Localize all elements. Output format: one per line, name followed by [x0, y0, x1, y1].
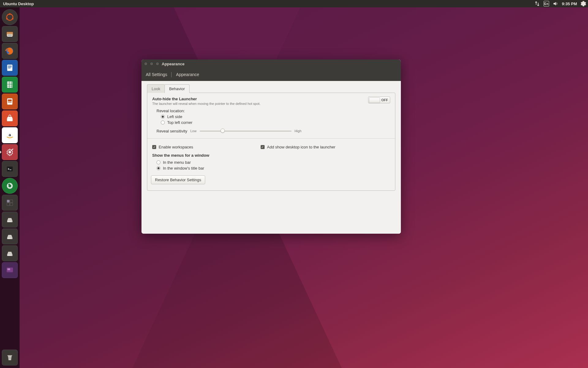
svg-rect-20: [7, 200, 10, 203]
radio-top-left-corner-label: Top left corner: [167, 120, 192, 125]
svg-point-25: [11, 221, 12, 222]
breadcrumb-separator: │: [170, 72, 173, 77]
breadcrumb-appearance: Appearance: [176, 72, 199, 77]
svg-rect-6: [8, 35, 12, 36]
system-tray: En 9:35 PM: [534, 1, 586, 6]
clock[interactable]: 9:35 PM: [562, 2, 577, 6]
appearance-settings-window: Appearance All Settings │ Appearance Loo…: [141, 59, 401, 234]
unity-launcher: a: [0, 7, 20, 368]
enable-workspaces-label: Enable workspaces: [159, 145, 193, 149]
breadcrumb-all-settings[interactable]: All Settings: [146, 72, 167, 77]
svg-rect-31: [7, 268, 10, 270]
radio-top-left-corner[interactable]: [161, 121, 165, 125]
mounted-drive-icon[interactable]: [2, 212, 18, 228]
svg-rect-10: [8, 67, 12, 67]
svg-point-27: [11, 238, 12, 239]
svg-point-3: [6, 18, 8, 20]
menus-heading: Show the menus for a window: [152, 153, 390, 158]
breadcrumb: All Settings │ Appearance: [141, 68, 401, 81]
show-desktop-checkbox[interactable]: [261, 145, 265, 149]
svg-point-2: [12, 18, 13, 20]
dash-icon[interactable]: [2, 9, 18, 25]
svg-text:a: a: [9, 132, 11, 137]
minimize-icon[interactable]: [150, 62, 153, 66]
radio-menu-bar-label: In the menu bar: [163, 160, 191, 165]
show-desktop-icon[interactable]: [2, 262, 18, 278]
session-gear-icon[interactable]: [581, 1, 586, 6]
svg-rect-19: [9, 170, 11, 170]
tab-behavior[interactable]: Behavior: [164, 84, 189, 93]
svg-rect-21: [10, 200, 13, 203]
writer-icon[interactable]: [2, 60, 18, 76]
window-titlebar[interactable]: Appearance: [141, 59, 401, 68]
file-manager-icon[interactable]: [2, 26, 18, 42]
software-center-icon[interactable]: [2, 110, 18, 126]
svg-point-1: [9, 13, 10, 15]
impress-icon[interactable]: [2, 94, 18, 109]
sensitivity-slider[interactable]: [200, 128, 292, 133]
svg-point-0: [7, 14, 13, 20]
window-title: Appearance: [162, 62, 184, 66]
maximize-icon[interactable]: [156, 62, 159, 66]
svg-point-17: [9, 151, 11, 154]
top-panel: Ubuntu Desktop En 9:35 PM: [0, 0, 588, 7]
autohide-subtext: The launcher will reveal when moving the…: [152, 102, 368, 105]
tab-look[interactable]: Look: [147, 84, 165, 93]
panel-title: Ubuntu Desktop: [2, 2, 34, 6]
sound-icon[interactable]: [553, 1, 558, 6]
svg-point-29: [11, 255, 12, 255]
sensitivity-low: Low: [190, 129, 196, 133]
mounted-drive-icon[interactable]: [2, 228, 18, 244]
keyboard-layout-icon[interactable]: En: [544, 1, 549, 6]
tabstrip: Look Behavior: [147, 84, 395, 93]
window-controls: [144, 62, 159, 66]
radio-left-side[interactable]: [161, 115, 165, 119]
workspace-switcher-icon[interactable]: [2, 195, 18, 211]
sensitivity-high: High: [295, 129, 302, 133]
switch-label: OFF: [381, 98, 388, 102]
close-icon[interactable]: [144, 62, 148, 66]
calc-icon[interactable]: [2, 77, 18, 93]
software-updater-icon[interactable]: [2, 178, 18, 194]
network-icon[interactable]: [534, 1, 540, 6]
svg-rect-22: [7, 203, 10, 206]
sensitivity-label: Reveal sensitivity: [156, 129, 187, 133]
svg-rect-14: [8, 99, 12, 102]
trash-icon[interactable]: [2, 350, 18, 366]
radio-menu-bar[interactable]: [156, 160, 160, 164]
svg-rect-15: [8, 102, 12, 103]
firefox-icon[interactable]: [2, 43, 18, 59]
terminal-icon[interactable]: [2, 161, 18, 177]
autohide-switch[interactable]: OFF: [368, 97, 390, 103]
svg-rect-23: [10, 203, 13, 206]
amazon-icon[interactable]: a: [2, 127, 18, 143]
svg-rect-11: [8, 68, 11, 68]
svg-rect-18: [7, 167, 13, 171]
behavior-panel: Auto-hide the Launcher The launcher will…: [147, 93, 395, 191]
restore-behavior-button[interactable]: Restore Behavior Settings: [151, 175, 205, 184]
radio-title-bar-label: In the window's title bar: [163, 166, 204, 171]
mounted-drive-icon[interactable]: [2, 245, 18, 261]
enable-workspaces-checkbox[interactable]: [152, 145, 156, 149]
radio-title-bar[interactable]: [156, 166, 160, 170]
reveal-location-label: Reveal location:: [156, 109, 390, 113]
autohide-heading: Auto-hide the Launcher: [152, 97, 368, 101]
system-settings-icon[interactable]: [2, 144, 18, 160]
svg-rect-9: [8, 66, 12, 66]
radio-left-side-label: Left side: [167, 114, 182, 119]
show-desktop-label: Add show desktop icon to the launcher: [267, 145, 335, 149]
svg-rect-32: [7, 355, 12, 356]
